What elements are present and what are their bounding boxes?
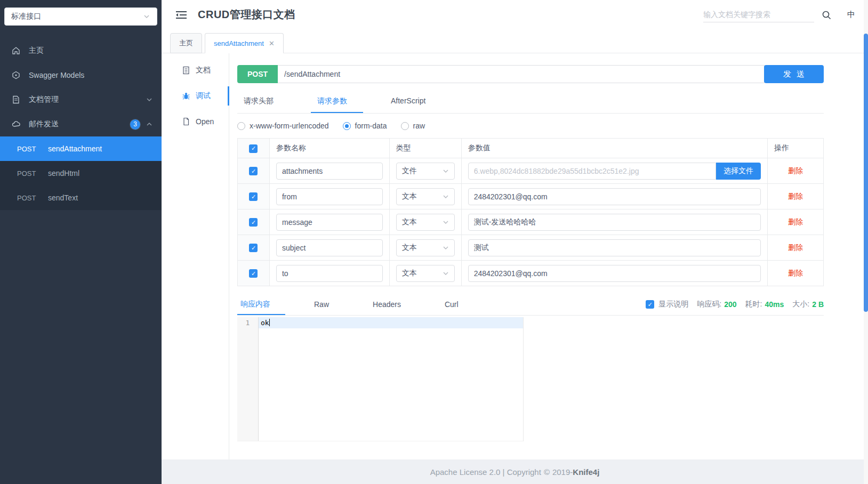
tab-request-headers[interactable]: 请求头部 <box>237 90 290 113</box>
delete-row-link[interactable]: 删除 <box>774 166 817 176</box>
sidebar: 标准接口 主页 Swagger Models <box>0 0 162 484</box>
api-item-sendtext[interactable]: POST sendText <box>0 185 162 210</box>
delete-row-link[interactable]: 删除 <box>774 192 817 201</box>
radio-label: raw <box>413 122 425 130</box>
tab-raw[interactable]: Raw <box>311 294 344 314</box>
choose-file-button[interactable]: 选择文件 <box>716 163 761 180</box>
tab-response-content[interactable]: 响应内容 <box>237 294 285 315</box>
param-value-input[interactable] <box>468 214 761 231</box>
api-item-sendhtml[interactable]: POST sendHtml <box>0 161 162 185</box>
status-code-label: 响应码: <box>697 300 721 309</box>
response-tabs-bar: 响应内容 Raw Headers Curl ✓ 显示说明 响应码: 200 耗时… <box>237 294 824 316</box>
tab-sendattachment[interactable]: sendAttachment ✕ <box>205 33 284 53</box>
docnav-item-open[interactable]: Open <box>162 109 229 134</box>
param-name-input[interactable] <box>276 265 383 282</box>
tab-request-params[interactable]: 请求参数 <box>311 90 363 113</box>
table-row: ✓ 文本 删除 <box>238 209 824 235</box>
close-icon[interactable]: ✕ <box>269 39 275 47</box>
show-description-checkbox[interactable]: ✓ <box>646 300 654 309</box>
sidebar-item-mail-send[interactable]: 邮件发送 3 <box>0 112 162 136</box>
param-name-input[interactable] <box>276 188 383 205</box>
vertical-scrollbar[interactable] <box>864 0 868 484</box>
api-group-select[interactable]: 标准接口 <box>4 7 157 26</box>
language-toggle[interactable]: 中 <box>847 10 855 20</box>
select-value: 文件 <box>402 166 417 176</box>
param-value-input[interactable] <box>468 188 761 205</box>
content-area: 文档 调试 Open POST <box>162 53 868 459</box>
doc-side-nav: 文档 调试 Open <box>162 53 229 459</box>
doc-icon <box>182 66 190 75</box>
sidebar-item-label: 主页 <box>29 46 153 55</box>
chevron-down-icon <box>443 168 449 174</box>
open-tabs-bar: 主页 sendAttachment ✕ <box>162 29 868 53</box>
sidebar-item-label: 邮件发送 <box>29 119 130 129</box>
api-method: POST <box>17 145 48 153</box>
scrollbar-thumb[interactable] <box>864 34 868 312</box>
row-checkbox[interactable]: ✓ <box>249 269 258 278</box>
col-header-type: 类型 <box>389 139 461 158</box>
param-name-input[interactable] <box>276 163 383 180</box>
param-value-input[interactable] <box>468 239 761 256</box>
search-icon[interactable] <box>822 10 831 20</box>
response-body-editor[interactable]: 1 ok <box>237 317 524 441</box>
sidebar-item-home[interactable]: 主页 <box>0 38 162 63</box>
tab-home[interactable]: 主页 <box>170 33 202 53</box>
radio-raw[interactable]: raw <box>401 122 425 130</box>
radio-form-data[interactable]: form-data <box>343 122 387 130</box>
mail-send-icon <box>12 120 20 128</box>
sidebar-item-swagger-models[interactable]: Swagger Models <box>0 63 162 87</box>
select-value: 文本 <box>402 269 417 278</box>
param-type-select[interactable]: 文本 <box>396 214 455 231</box>
code-text: ok <box>261 319 269 327</box>
footer-year: 2019- <box>552 467 573 477</box>
show-description-label: 显示说明 <box>658 300 688 309</box>
line-number: 1 <box>237 317 258 328</box>
api-method: POST <box>17 194 48 202</box>
send-button[interactable]: 发送 <box>764 65 824 83</box>
docnav-item-debug[interactable]: 调试 <box>162 83 229 109</box>
radio-label: x-www-form-urlencoded <box>250 122 329 130</box>
license-text: Apache License 2.0 | Copyright <box>430 467 541 477</box>
debug-panel: POST 发送 请求头部 请求参数 AfterScript x-www-form… <box>229 53 868 459</box>
row-checkbox[interactable]: ✓ <box>249 244 258 252</box>
tab-afterscript[interactable]: AfterScript <box>384 90 441 113</box>
chevron-down-icon <box>443 245 449 251</box>
row-checkbox[interactable]: ✓ <box>249 192 258 201</box>
swagger-models-icon <box>12 71 20 79</box>
select-all-checkbox[interactable]: ✓ <box>249 144 258 153</box>
delete-row-link[interactable]: 删除 <box>774 243 817 253</box>
docnav-item-doc[interactable]: 文档 <box>162 58 229 83</box>
tab-curl[interactable]: Curl <box>441 294 473 314</box>
docnav-label: 调试 <box>196 91 211 101</box>
params-table: ✓ 参数名称 类型 参数值 操作 ✓ 文件 选择文件 删除 <box>237 138 824 286</box>
url-input[interactable] <box>278 65 765 83</box>
docnav-label: Open <box>196 117 214 126</box>
docnav-label: 文档 <box>196 66 211 75</box>
api-item-sendattachment[interactable]: POST sendAttachment <box>0 136 162 161</box>
open-icon <box>182 117 190 126</box>
api-name: sendText <box>48 193 78 202</box>
row-checkbox[interactable]: ✓ <box>249 167 258 175</box>
param-name-input[interactable] <box>276 214 383 231</box>
delete-row-link[interactable]: 删除 <box>774 269 817 278</box>
response-meta: ✓ 显示说明 响应码: 200 耗时: 40ms 大小: 2 B <box>646 300 824 309</box>
param-name-input[interactable] <box>276 239 383 256</box>
radio-x-www-form-urlencoded[interactable]: x-www-form-urlencoded <box>237 122 329 130</box>
sidebar-item-doc-manage[interactable]: 文档管理 <box>0 87 162 112</box>
param-type-select[interactable]: 文本 <box>396 239 455 256</box>
tab-headers[interactable]: Headers <box>369 294 416 314</box>
copyright-icon: © <box>544 467 550 477</box>
param-type-select[interactable]: 文件 <box>396 163 455 180</box>
table-row: ✓ 文本 删除 <box>238 184 824 209</box>
search-input[interactable] <box>703 7 814 22</box>
row-checkbox[interactable]: ✓ <box>249 218 258 227</box>
param-type-select[interactable]: 文本 <box>396 188 455 205</box>
delete-row-link[interactable]: 删除 <box>774 217 817 227</box>
collapse-sidebar-icon[interactable] <box>175 10 187 20</box>
param-type-select[interactable]: 文本 <box>396 265 455 282</box>
api-name: sendAttachment <box>48 144 102 153</box>
param-value-input[interactable] <box>468 265 761 282</box>
params-header-row: ✓ 参数名称 类型 参数值 操作 <box>238 139 824 158</box>
editor-code-area[interactable]: ok <box>259 317 523 441</box>
select-value: 文本 <box>402 192 417 201</box>
